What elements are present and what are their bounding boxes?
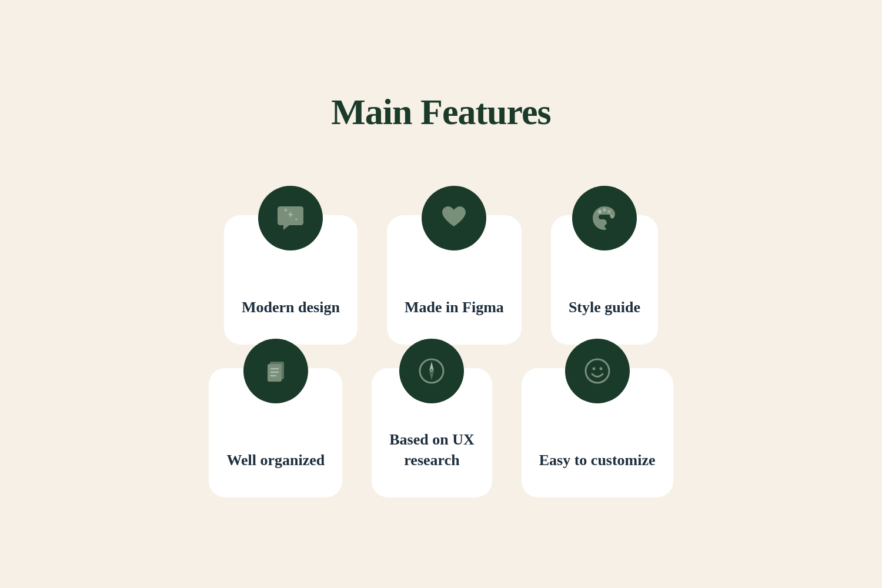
modern-design-icon-circle [258, 186, 323, 250]
style-guide-label: Style guide [569, 297, 640, 318]
svg-point-3 [603, 208, 606, 212]
made-in-figma-icon-circle [422, 186, 486, 250]
page-title: Main Features [331, 91, 550, 133]
svg-point-16 [586, 359, 609, 383]
svg-point-4 [607, 210, 611, 213]
svg-point-17 [592, 367, 595, 370]
documents-icon [260, 356, 291, 386]
svg-point-6 [604, 224, 609, 228]
feature-card-modern-design: Modern design [224, 215, 358, 345]
svg-point-18 [599, 367, 602, 370]
easy-customize-icon-circle [565, 339, 630, 403]
compass-icon [416, 356, 447, 386]
ux-research-icon-circle [399, 339, 464, 403]
ux-research-label: Based on UXresearch [389, 429, 474, 470]
smiley-icon [582, 356, 613, 386]
svg-point-5 [610, 215, 613, 218]
made-in-figma-label: Made in Figma [405, 297, 504, 318]
feature-card-well-organized: Well organized [209, 368, 342, 497]
feature-card-ux-research: Based on UXresearch [372, 368, 492, 497]
svg-point-13 [430, 369, 433, 372]
features-row-1: Modern design Made in Figma Style guide [224, 215, 658, 345]
heart-icon [439, 203, 469, 233]
features-row-2: Well organized Based on UXresearch Ea [209, 368, 673, 497]
modern-design-label: Modern design [242, 297, 340, 318]
well-organized-icon-circle [243, 339, 308, 403]
svg-point-2 [598, 210, 602, 213]
feature-card-made-in-figma: Made in Figma [387, 215, 522, 345]
sparkle-chat-icon [275, 203, 306, 233]
svg-point-1 [295, 218, 298, 220]
easy-customize-label: Easy to customize [539, 450, 656, 470]
style-guide-icon-circle [572, 186, 637, 250]
feature-card-easy-customize: Easy to customize [522, 368, 673, 497]
svg-point-0 [285, 208, 288, 211]
feature-card-style-guide: Style guide [551, 215, 658, 345]
palette-icon [589, 203, 620, 233]
well-organized-label: Well organized [226, 450, 325, 470]
